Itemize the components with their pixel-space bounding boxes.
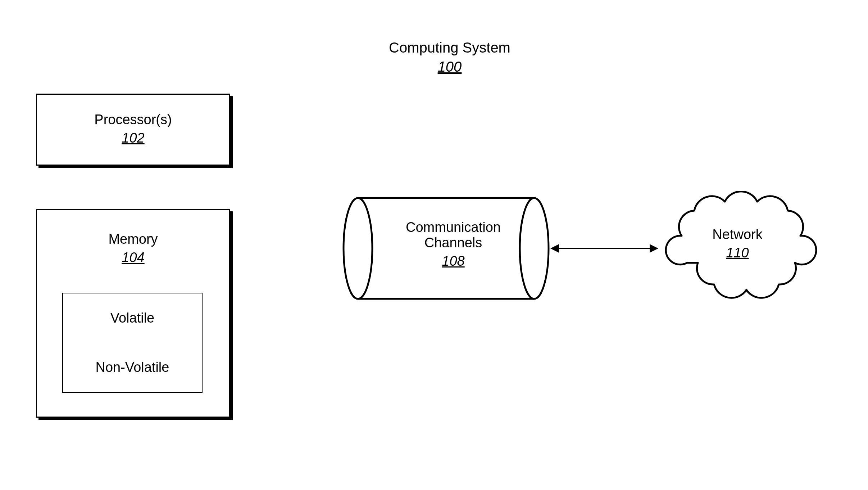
memory-box: Memory 104 Volatile Non-Volatile (36, 209, 230, 418)
memory-ref: 104 (37, 250, 229, 265)
network-label: Network (691, 227, 784, 242)
memory-volatile-label: Volatile (110, 310, 155, 326)
svg-point-4 (344, 198, 372, 299)
diagram-title-ref: 100 (360, 59, 540, 75)
network-label-block: Network 110 (691, 227, 784, 261)
network-ref: 110 (691, 245, 784, 261)
processor-label: Processor(s) (37, 112, 229, 127)
memory-nonvolatile-label: Non-Volatile (96, 360, 169, 375)
memory-nonvolatile-cell: Non-Volatile (62, 342, 203, 393)
bidirectional-arrow (550, 238, 658, 259)
processor-ref: 102 (37, 130, 229, 146)
communication-channels-label-block: Communication Channels 108 (381, 220, 525, 269)
communication-channels-label-2: Channels (381, 235, 525, 251)
diagram-title: Computing System (360, 40, 540, 56)
communication-channels-ref: 108 (381, 253, 525, 269)
processor-box: Processor(s) 102 (36, 94, 230, 166)
diagram-title-block: Computing System 100 (360, 40, 540, 75)
svg-marker-6 (550, 244, 559, 253)
diagram-canvas: Computing System 100 Processor(s) 102 Me… (0, 0, 868, 490)
communication-channels-label-1: Communication (381, 220, 525, 235)
memory-label: Memory (37, 231, 229, 247)
memory-volatile-cell: Volatile (62, 293, 203, 343)
